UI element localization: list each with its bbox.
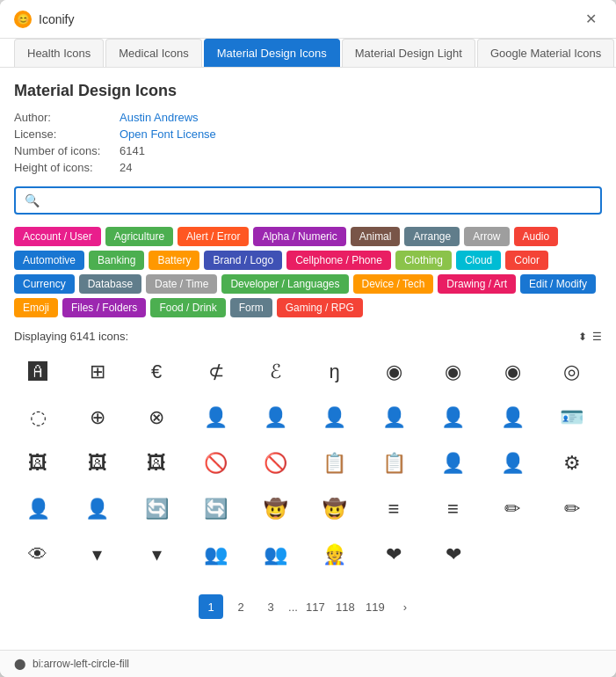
tag-audio[interactable]: Audio: [514, 227, 559, 246]
icon-cell-9[interactable]: ◎: [548, 352, 596, 392]
title-bar-left: 😊 Iconify: [14, 11, 74, 28]
icon-cell-41[interactable]: ▾: [74, 535, 121, 575]
icon-cell-20[interactable]: 🖼: [14, 443, 62, 484]
tag-database[interactable]: Database: [79, 274, 141, 294]
icon-cell-3[interactable]: ⊄: [192, 352, 240, 392]
tag-drawing---art[interactable]: Drawing / Art: [438, 274, 516, 294]
icon-cell-43[interactable]: 👥: [192, 535, 240, 575]
tag-account---user[interactable]: Account / User: [14, 227, 101, 246]
author-link[interactable]: Austin Andrews: [120, 111, 602, 124]
icon-cell-2[interactable]: €: [133, 352, 180, 392]
tab-mdi[interactable]: Material Design Icons: [204, 39, 340, 67]
icon-cell-31[interactable]: 👤: [74, 489, 121, 529]
tag-banking[interactable]: Banking: [89, 251, 144, 270]
page-btn-2[interactable]: 2: [228, 594, 253, 619]
tag-files---folders[interactable]: Files / Folders: [62, 298, 146, 317]
icon-cell-23[interactable]: 🚫: [192, 443, 240, 484]
icon-cell-1[interactable]: ⊞: [74, 352, 121, 392]
page-btn-118[interactable]: 118: [333, 594, 358, 619]
close-button[interactable]: ✕: [580, 9, 602, 29]
icon-cell-4[interactable]: ℰ: [251, 352, 299, 392]
icon-cell-8[interactable]: ◉: [489, 352, 536, 392]
icon-cell-15[interactable]: 👤: [311, 397, 359, 438]
icon-cell-39[interactable]: ✏: [548, 489, 596, 529]
pagination-next[interactable]: ›: [393, 594, 417, 619]
icon-cell-32[interactable]: 🔄: [133, 489, 180, 529]
icon-cell-22[interactable]: 🖼: [133, 443, 180, 484]
page-btn-119[interactable]: 119: [363, 594, 388, 619]
icon-cell-47[interactable]: ❤: [430, 535, 477, 575]
app-window: 😊 Iconify ✕ Health Icons Medical Icons M…: [0, 0, 616, 677]
tag-device---tech[interactable]: Device / Tech: [353, 274, 434, 294]
icon-cell-14[interactable]: 👤: [251, 397, 299, 438]
icon-cell-42[interactable]: ▾: [133, 535, 180, 575]
tag-emoji[interactable]: Emoji: [14, 298, 58, 317]
page-btn-117[interactable]: 117: [303, 594, 328, 619]
icon-cell-30[interactable]: 👤: [14, 489, 62, 529]
search-bar: 🔍: [14, 186, 602, 215]
page-btn-3[interactable]: 3: [258, 594, 283, 619]
icon-cell-13[interactable]: 👤: [192, 397, 240, 438]
icon-cell-40[interactable]: 👁: [14, 535, 62, 575]
tag-currency[interactable]: Currency: [14, 274, 75, 294]
icon-cell-17[interactable]: 👤: [430, 397, 477, 438]
icon-cell-0[interactable]: 🅰: [14, 352, 62, 392]
icon-cell-6[interactable]: ◉: [370, 352, 417, 392]
sort-icon[interactable]: ⬍: [578, 331, 587, 343]
tag-battery[interactable]: Battery: [149, 251, 199, 270]
tag-food---drink[interactable]: Food / Drink: [150, 298, 225, 317]
tag-date---time[interactable]: Date / Time: [146, 274, 217, 294]
tag-color[interactable]: Color: [505, 251, 548, 270]
app-title: Iconify: [39, 12, 74, 26]
icon-cell-37[interactable]: ≡: [430, 489, 477, 529]
icon-cell-35[interactable]: 🤠: [311, 489, 359, 529]
tab-health[interactable]: Health Icons: [14, 39, 104, 67]
icon-cell-25[interactable]: 📋: [311, 443, 359, 484]
tag-alert---error[interactable]: Alert / Error: [178, 227, 249, 246]
tag-agriculture[interactable]: Agriculture: [105, 227, 173, 246]
view-controls: ⬍ ☰: [578, 331, 602, 343]
tab-mdil[interactable]: Material Design Light: [342, 39, 475, 67]
icon-cell-26[interactable]: 📋: [370, 443, 417, 484]
icon-cell-36[interactable]: ≡: [370, 489, 417, 529]
icon-cell-7[interactable]: ◉: [430, 352, 477, 392]
icon-cell-46[interactable]: ❤: [370, 535, 417, 575]
tag-clothing[interactable]: Clothing: [395, 251, 452, 270]
icon-cell-33[interactable]: 🔄: [192, 489, 240, 529]
icon-cell-19[interactable]: 🪪: [548, 397, 596, 438]
tag-cellphone---phone[interactable]: Cellphone / Phone: [286, 251, 391, 270]
icon-cell-5[interactable]: ŋ: [311, 352, 359, 392]
icon-cell-24[interactable]: 🚫: [251, 443, 299, 484]
tag-edit---modify[interactable]: Edit / Modify: [520, 274, 596, 294]
icon-cell-11[interactable]: ⊕: [74, 397, 121, 438]
icon-cell-21[interactable]: 🖼: [74, 443, 121, 484]
tag-alpha---numeric[interactable]: Alpha / Numeric: [253, 227, 345, 246]
license-link[interactable]: Open Font License: [120, 127, 602, 141]
tab-medical[interactable]: Medical Icons: [105, 39, 201, 67]
tag-animal[interactable]: Animal: [351, 227, 401, 246]
icon-cell-38[interactable]: ✏: [489, 489, 536, 529]
icon-cell-18[interactable]: 👤: [489, 397, 536, 438]
tag-brand---logo[interactable]: Brand / Logo: [204, 251, 282, 270]
tag-automotive[interactable]: Automotive: [14, 251, 84, 270]
icon-cell-10[interactable]: ◌: [14, 397, 62, 438]
tag-gaming---rpg[interactable]: Gaming / RPG: [277, 298, 363, 317]
tab-gmi[interactable]: Google Material Icons: [477, 39, 614, 67]
tag-developer---languages[interactable]: Developer / Languages: [221, 274, 348, 294]
icon-cell-29[interactable]: ⚙: [548, 443, 596, 484]
tag-arrange[interactable]: Arrange: [404, 227, 460, 246]
icon-cell-34[interactable]: 🤠: [251, 489, 299, 529]
icon-cell-27[interactable]: 👤: [430, 443, 477, 484]
tag-arrow[interactable]: Arrow: [464, 227, 509, 246]
icon-cell-45[interactable]: 👷: [311, 535, 359, 575]
search-input[interactable]: [45, 193, 591, 207]
icon-cell-28[interactable]: 👤: [489, 443, 536, 484]
page-btn-1[interactable]: 1: [199, 594, 223, 619]
page-ellipsis: ...: [288, 601, 298, 614]
icon-cell-12[interactable]: ⊗: [133, 397, 180, 438]
tag-cloud[interactable]: Cloud: [456, 251, 501, 270]
icon-cell-16[interactable]: 👤: [370, 397, 417, 438]
tag-form[interactable]: Form: [230, 298, 272, 317]
icon-cell-44[interactable]: 👥: [251, 535, 299, 575]
grid-icon[interactable]: ☰: [592, 331, 602, 343]
